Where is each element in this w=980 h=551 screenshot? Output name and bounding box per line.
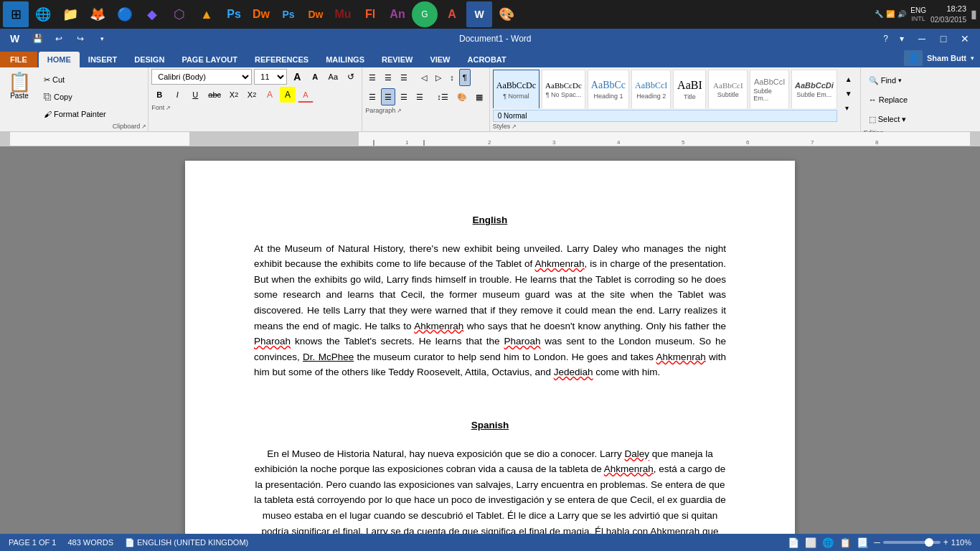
tab-page-layout[interactable]: PAGE LAYOUT [173,52,246,67]
multilevel-btn[interactable]: ☰ [397,69,411,86]
style-subtle-em[interactable]: AaBbCcI Subtle Em... [750,70,789,108]
mu-icon[interactable]: Mu [330,1,356,27]
user-dropdown-icon[interactable]: ▾ [971,55,974,62]
tab-insert[interactable]: INSERT [80,52,126,67]
sort-btn[interactable]: ↕ [446,69,458,86]
styles-more-btn[interactable]: ▾ [842,100,856,115]
ps2-icon[interactable]: Ps [275,1,301,27]
font-grow-btn[interactable]: A [289,69,305,85]
para-expand-icon[interactable]: ↗ [397,108,402,114]
superscript-btn[interactable]: X2 [244,87,260,103]
redo-qat-btn[interactable]: ↪ [72,31,88,47]
font-color-btn[interactable]: A [298,87,314,103]
style-heading1[interactable]: AaBbCc Heading 1 [588,70,629,108]
firefox-icon[interactable]: 🦊 [85,1,110,27]
clipboard-expand-icon[interactable]: ↗ [141,123,146,130]
paste-button[interactable]: 📋 Paste [1,69,37,131]
numbering-btn[interactable]: ☰ [381,69,395,86]
folder-icon[interactable]: 📁 [57,1,83,27]
find-btn[interactable]: 🔍 Find ▾ [864,72,913,89]
tab-acrobat[interactable]: ACROBAT [459,52,515,67]
start-button[interactable]: ⊞ [3,1,29,27]
tab-design[interactable]: DESIGN [126,52,173,67]
app18-icon[interactable]: 🎨 [494,1,519,27]
style-heading2[interactable]: AaBbCcI Heading 2 [631,70,671,108]
format-painter-button[interactable]: 🖌 Format Painter [39,106,111,122]
vs-icon[interactable]: ⬡ [166,1,192,27]
maximize-btn[interactable]: □ [934,32,953,46]
ps-icon[interactable]: Ps [221,1,247,27]
chrome-icon[interactable]: 🔵 [112,1,138,27]
styles-expand-icon[interactable]: ↗ [512,123,517,130]
english-body[interactable]: At the Museum of Natural History, there'… [254,241,726,380]
outdent-btn[interactable]: ◁ [418,69,430,86]
dw-icon[interactable]: Dw [248,1,274,27]
zoom-slider[interactable] [883,541,941,544]
font-expand-icon[interactable]: ↗ [166,105,171,111]
app5-icon[interactable]: ◆ [139,1,165,27]
font-case-btn[interactable]: Aa [325,69,341,85]
zoom-control[interactable]: ─ + 110% [874,537,971,547]
view-normal-btn[interactable]: 📄 [788,537,799,548]
tab-references[interactable]: REFERENCES [246,52,317,67]
shading-btn[interactable]: 🎨 [453,88,471,105]
tab-view[interactable]: VIEW [421,52,458,67]
tab-file[interactable]: FILE [0,52,37,67]
font-shrink-btn[interactable]: A [307,69,323,85]
style-normal[interactable]: AaBbCcDc ¶ Normal [493,70,540,108]
acrobat-icon[interactable]: A [439,1,465,27]
styles-scroll-up[interactable]: ▲ [842,72,856,86]
tab-review[interactable]: REVIEW [373,52,421,67]
borders-btn[interactable]: ▦ [472,88,486,105]
tab-mailings[interactable]: MAILINGS [317,52,373,67]
replace-btn[interactable]: ↔ Replace [864,91,913,108]
highlight-btn[interactable]: A [280,87,296,103]
app16-icon[interactable]: G [412,1,438,27]
indent-btn[interactable]: ▷ [432,69,445,86]
ribbon-toggle-btn[interactable]: ▾ [897,34,907,44]
underline-btn[interactable]: U [187,87,203,103]
align-center-btn[interactable]: ☰ [381,88,395,105]
document-area[interactable]: English At the Museum of Natural History… [0,146,980,534]
zoom-out-btn[interactable]: ─ [874,537,880,547]
styles-scroll-down[interactable]: ▼ [842,86,856,100]
zoom-in-btn[interactable]: + [943,537,948,547]
clear-format-btn[interactable]: ↺ [343,69,359,85]
document-page[interactable]: English At the Museum of Natural History… [185,161,795,534]
copy-button[interactable]: ⿻ Copy [39,89,111,105]
align-justify-btn[interactable]: ☰ [413,88,427,105]
style-no-space[interactable]: AaBbCcDc ¶ No Spac... [542,70,585,108]
save-qat-btn[interactable]: 💾 [29,31,45,47]
fl-icon[interactable]: Fl [357,1,383,27]
marks-btn[interactable]: ¶ [459,69,471,86]
spanish-body[interactable]: En el Museo de Historia Natural, hay nue… [254,446,726,534]
line-spacing-btn[interactable]: ↕☰ [433,88,452,105]
word-icon[interactable]: W [466,1,492,27]
close-btn[interactable]: ✕ [956,32,974,46]
italic-btn[interactable]: I [169,87,185,103]
align-right-btn[interactable]: ☰ [397,88,411,105]
minimize-btn[interactable]: ─ [913,32,931,46]
bold-btn[interactable]: B [151,87,167,103]
an-icon[interactable]: An [385,1,410,27]
view-draft-btn[interactable]: 📃 [857,537,868,548]
select-btn[interactable]: ⬚ Select ▾ [864,110,913,128]
style-emphasis[interactable]: AaBbCcDi Subtle Em... [791,70,837,108]
dw2-icon[interactable]: Dw [303,1,329,27]
cut-button[interactable]: ✂ Cut [39,72,111,88]
subscript-btn[interactable]: X2 [226,87,242,103]
help-btn[interactable]: ? [880,34,891,44]
align-left-btn[interactable]: ☰ [365,88,380,105]
bullets-btn[interactable]: ☰ [365,69,380,86]
qat-more-btn[interactable]: ▾ [94,31,110,47]
text-effects-btn[interactable]: A [262,87,278,103]
show-desktop-btn[interactable]: ▮ [971,7,977,21]
strikethrough-btn[interactable]: abc [205,87,224,103]
style-title[interactable]: AaBI Title [673,70,706,108]
font-family-select[interactable]: Calibri (Body) [151,69,252,85]
view-layout-btn[interactable]: ⬜ [805,537,816,548]
undo-qat-btn[interactable]: ↩ [51,31,67,47]
ie-icon[interactable]: 🌐 [30,1,56,27]
view-outline-btn[interactable]: 📋 [839,537,851,548]
font-size-select[interactable]: 11 [254,69,287,85]
